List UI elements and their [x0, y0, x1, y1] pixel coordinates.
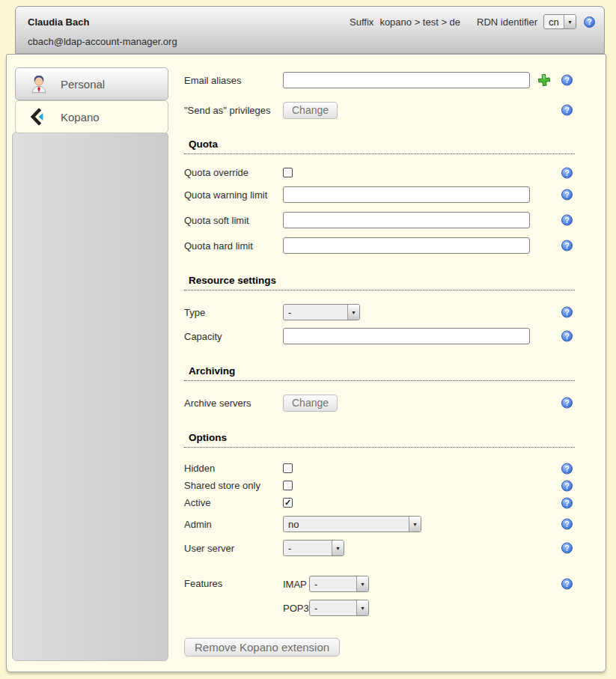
page-title: Claudia Bach — [28, 16, 89, 28]
capacity-label: Capacity — [184, 331, 283, 342]
help-icon-rdn[interactable]: ? — [584, 16, 595, 28]
sidebar-item-kopano[interactable]: Kopano — [15, 100, 168, 133]
chevron-down-icon: ▼ — [356, 576, 368, 591]
kopano-settings-form: Email aliases ? "Send as" privileges Cha… — [184, 54, 575, 621]
section-heading-resource: Resource settings — [184, 275, 575, 290]
active-row: Active ✓ ? — [184, 494, 575, 511]
quota-warning-row: Quota warning limit ? — [184, 182, 575, 207]
capacity-row: Capacity ? — [184, 323, 575, 349]
rdn-identifier-select[interactable]: cn ▼ — [543, 14, 576, 29]
quota-soft-row: Quota soft limit ? — [184, 207, 575, 233]
help-icon-archive-servers[interactable]: ? — [561, 398, 573, 409]
shared-store-row: Shared store only ? — [184, 477, 575, 494]
email-aliases-row: Email aliases ? — [184, 69, 575, 91]
email-aliases-label: Email aliases — [184, 75, 283, 86]
help-icon-features[interactable]: ? — [561, 579, 573, 590]
admin-row: Admin no ▼ ? — [184, 513, 575, 535]
lam-kopano-page: { "header": { "title": "Claudia Bach", "… — [0, 0, 616, 679]
help-icon-email-aliases[interactable]: ? — [561, 75, 573, 86]
quota-hard-input[interactable] — [283, 237, 530, 254]
shared-store-label: Shared store only — [184, 480, 283, 491]
section-heading-quota: Quota — [184, 138, 575, 154]
help-icon-resource-type[interactable]: ? — [561, 307, 573, 318]
admin-select[interactable]: no ▼ — [283, 516, 421, 532]
help-icon-admin[interactable]: ? — [561, 519, 573, 530]
archive-servers-row: Archive servers Change ? — [184, 392, 575, 414]
chevron-down-icon: ▼ — [332, 541, 344, 555]
quota-hard-label: Quota hard limit — [184, 240, 283, 252]
quota-warning-label: Quota warning limit — [184, 189, 283, 201]
help-icon-active[interactable]: ? — [561, 497, 573, 508]
help-icon-quota-soft[interactable]: ? — [561, 215, 573, 226]
help-icon-send-as[interactable]: ? — [561, 105, 573, 116]
user-server-select[interactable]: - ▼ — [283, 540, 344, 556]
section-heading-archiving: Archiving — [184, 365, 575, 381]
help-icon-user-server[interactable]: ? — [561, 543, 573, 554]
chevron-down-icon: ▼ — [356, 600, 368, 615]
user-server-label: User server — [184, 543, 283, 554]
admin-value: no — [284, 519, 409, 530]
user-server-row: User server - ▼ ? — [184, 537, 575, 559]
help-icon-quota-hard[interactable]: ? — [561, 240, 573, 252]
hidden-label: Hidden — [184, 463, 283, 474]
quota-warning-input[interactable] — [283, 186, 530, 203]
capacity-input[interactable] — [283, 328, 530, 344]
quota-soft-input[interactable] — [283, 212, 530, 228]
sidebar-panel — [12, 132, 168, 661]
pop3-value: - — [310, 603, 356, 614]
help-icon-hidden[interactable]: ? — [561, 463, 573, 474]
pop3-select[interactable]: - ▼ — [309, 600, 369, 616]
hidden-checkbox[interactable] — [283, 463, 293, 473]
sidebar-item-label-personal: Personal — [61, 78, 105, 91]
archive-servers-label: Archive servers — [184, 398, 283, 409]
help-icon-capacity[interactable]: ? — [561, 331, 573, 342]
quota-hard-row: Quota hard limit ? — [184, 233, 575, 258]
imap-row: IMAP - ▼ — [283, 573, 369, 595]
resource-type-select[interactable]: - ▼ — [283, 304, 360, 320]
hidden-row: Hidden ? — [184, 460, 575, 477]
resource-type-label: Type — [184, 307, 283, 318]
send-as-label: "Send as" privileges — [184, 105, 283, 116]
pop3-label: POP3 — [283, 603, 309, 614]
suffix-value: kopano > test > de — [379, 16, 460, 28]
archive-servers-change-button[interactable]: Change — [283, 395, 338, 412]
resource-type-row: Type - ▼ ? — [184, 301, 575, 323]
sidebar-item-personal[interactable]: Personal — [15, 67, 168, 100]
imap-value: - — [310, 579, 356, 590]
send-as-row: "Send as" privileges Change ? — [184, 100, 575, 120]
user-server-value: - — [284, 543, 332, 554]
person-icon — [29, 74, 49, 94]
shared-store-checkbox[interactable] — [283, 481, 293, 490]
quota-override-checkbox[interactable] — [283, 168, 293, 177]
rdn-selected-value: cn — [544, 16, 564, 28]
chevron-down-icon: ▼ — [409, 517, 421, 532]
remove-kopano-extension-button[interactable]: Remove Kopano extension — [184, 638, 340, 657]
features-row: Features IMAP - ▼ POP3 - ▼ ? — [184, 573, 575, 621]
section-heading-options: Options — [184, 432, 575, 448]
email-aliases-input[interactable] — [283, 72, 530, 88]
imap-select[interactable]: - ▼ — [309, 576, 369, 592]
add-icon[interactable] — [537, 73, 551, 87]
kopano-logo-icon — [29, 107, 49, 127]
help-icon-quota-warning[interactable]: ? — [561, 189, 573, 201]
rdn-identifier-label: RDN identifier — [477, 16, 537, 28]
active-checkbox[interactable]: ✓ — [283, 498, 293, 508]
imap-label: IMAP — [283, 579, 309, 590]
pop3-row: POP3 - ▼ — [283, 597, 369, 619]
suffix-label: Suffix — [350, 16, 373, 28]
account-header: Claudia Bach Suffix kopano > test > de R… — [15, 6, 605, 54]
quota-override-row: Quota override ? — [184, 163, 575, 182]
send-as-change-button[interactable]: Change — [283, 102, 338, 119]
active-label: Active — [184, 497, 283, 508]
resource-type-value: - — [284, 307, 347, 318]
chevron-down-icon: ▼ — [564, 15, 576, 28]
admin-label: Admin — [184, 519, 283, 530]
quota-soft-label: Quota soft limit — [184, 215, 283, 226]
account-email: cbach@ldap-account-manager.org — [16, 29, 604, 47]
help-icon-quota-override[interactable]: ? — [561, 167, 573, 178]
quota-override-label: Quota override — [184, 167, 283, 178]
sidebar-item-label-kopano: Kopano — [61, 111, 100, 124]
features-label: Features — [184, 573, 283, 589]
chevron-down-icon: ▼ — [347, 305, 359, 320]
help-icon-shared-store[interactable]: ? — [561, 480, 573, 491]
